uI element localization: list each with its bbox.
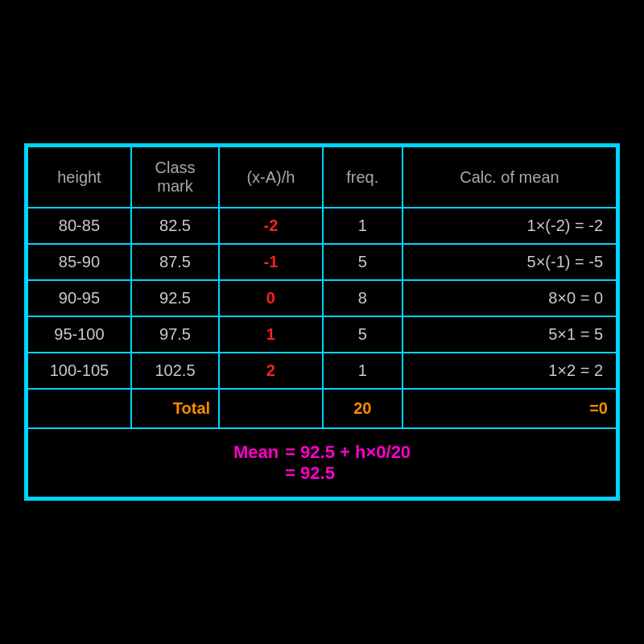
xah-cell: -1 [219, 244, 323, 280]
calc-cell: 1×(-2) = -2 [402, 208, 617, 244]
freq-cell: 5 [323, 244, 402, 280]
mean-label: Mean [233, 442, 279, 463]
col-header-freq: freq. [323, 147, 402, 208]
col-header-calc: Calc. of mean [402, 147, 617, 208]
mean-value: = 92.5 + h×0/20= 92.5 [285, 442, 411, 484]
table-row: 80-85 82.5 -2 1 1×(-2) = -2 [27, 208, 617, 244]
calc-cell: 1×2 = 2 [402, 353, 617, 389]
freq-cell: 1 [323, 208, 402, 244]
table-row: 85-90 87.5 -1 5 5×(-1) = -5 [27, 244, 617, 280]
statistics-table: height Class mark (x-A)/h freq. Calc. of… [24, 143, 620, 501]
total-row: Total 20 =0 [27, 389, 617, 428]
total-label: Total [131, 389, 219, 428]
height-cell: 85-90 [27, 244, 131, 280]
col-header-xah: (x-A)/h [219, 147, 323, 208]
height-cell: 95-100 [27, 316, 131, 353]
total-calc: =0 [402, 389, 617, 428]
xah-cell: 0 [219, 280, 323, 316]
classmark-cell: 102.5 [131, 353, 219, 389]
xah-cell: -2 [219, 208, 323, 244]
table-header: height Class mark (x-A)/h freq. Calc. of… [27, 147, 617, 208]
height-cell: 80-85 [27, 208, 131, 244]
xah-cell: 2 [219, 353, 323, 389]
classmark-cell: 97.5 [131, 316, 219, 353]
calc-cell: 5×1 = 5 [402, 316, 617, 353]
col-header-classmark: Class mark [131, 147, 219, 208]
classmark-cell: 92.5 [131, 280, 219, 316]
freq-cell: 5 [323, 316, 402, 353]
calc-cell: 8×0 = 0 [402, 280, 617, 316]
mean-row: Mean = 92.5 + h×0/20= 92.5 [27, 428, 617, 497]
table-row: 95-100 97.5 1 5 5×1 = 5 [27, 316, 617, 353]
table-row: 100-105 102.5 2 1 1×2 = 2 [27, 353, 617, 389]
calc-cell: 5×(-1) = -5 [402, 244, 617, 280]
height-cell: 90-95 [27, 280, 131, 316]
total-empty-2 [219, 389, 323, 428]
mean-cell: Mean = 92.5 + h×0/20= 92.5 [27, 428, 617, 497]
mean-content: Mean = 92.5 + h×0/20= 92.5 [44, 442, 600, 484]
freq-cell: 8 [323, 280, 402, 316]
classmark-cell: 87.5 [131, 244, 219, 280]
total-empty-1 [27, 389, 131, 428]
col-header-height: height [27, 147, 131, 208]
total-freq: 20 [323, 389, 402, 428]
table-row: 90-95 92.5 0 8 8×0 = 0 [27, 280, 617, 316]
xah-cell: 1 [219, 316, 323, 353]
freq-cell: 1 [323, 353, 402, 389]
classmark-cell: 82.5 [131, 208, 219, 244]
height-cell: 100-105 [27, 353, 131, 389]
